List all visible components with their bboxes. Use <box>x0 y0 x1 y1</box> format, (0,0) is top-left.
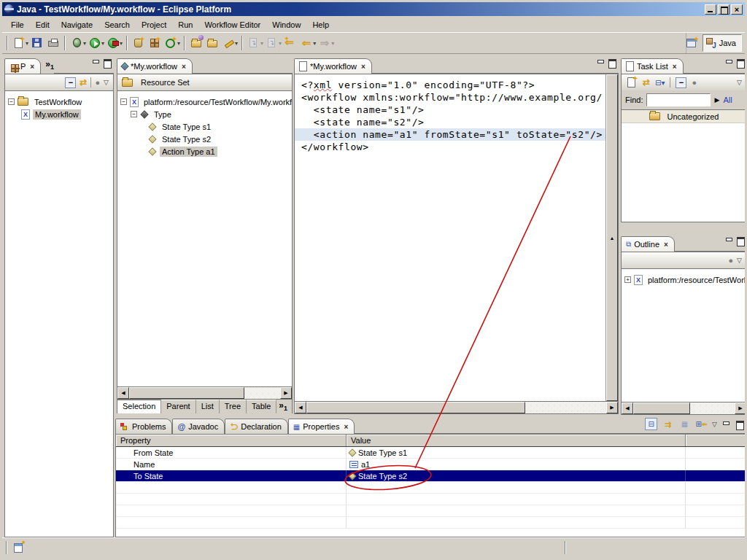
external-tools-button[interactable] <box>105 35 121 51</box>
back-button[interactable]: ⇐ <box>298 35 314 51</box>
scroll-up-icon[interactable]: ▲ <box>606 74 618 401</box>
new-task-icon[interactable]: ✦ <box>626 77 638 88</box>
menu-edit[interactable]: Edit <box>30 18 55 31</box>
subtab-parent[interactable]: Parent <box>161 400 196 413</box>
property-row-name[interactable]: Name a1 <box>116 459 746 470</box>
selection-horizontal-scrollbar[interactable]: ◀ ▶ <box>117 387 293 400</box>
find-expand-icon[interactable]: ▶ <box>714 96 719 104</box>
open-resource-button[interactable] <box>204 35 220 51</box>
collapse-icon[interactable]: − <box>8 98 15 105</box>
task-list-tab-close-icon[interactable]: × <box>673 63 677 71</box>
value-column-header[interactable]: Value <box>347 435 686 446</box>
collapse-all-icon[interactable]: − <box>65 77 76 88</box>
property-row-from-state[interactable]: From State State Type s1 <box>116 447 746 459</box>
scrollbar-thumb[interactable] <box>129 387 244 399</box>
open-perspective-button[interactable]: ✦ <box>686 35 703 51</box>
print-button[interactable] <box>45 35 61 51</box>
new-package-button[interactable]: ✦ <box>147 35 163 51</box>
subtab-tree[interactable]: Tree <box>220 400 247 413</box>
bottom-maximize-icon[interactable] <box>735 420 745 428</box>
selection-tab-close-icon[interactable]: × <box>182 63 186 71</box>
tree-item-state-s2[interactable]: State Type s2 <box>117 133 292 145</box>
problems-tab[interactable]: Problems <box>115 419 172 434</box>
refresh-button[interactable]: ✦ <box>163 35 179 51</box>
subtab-table[interactable]: Table <box>247 400 276 413</box>
scrollbar-thumb[interactable] <box>306 402 525 413</box>
run-button[interactable] <box>87 35 103 51</box>
menu-workflow-editor[interactable]: Workflow Editor <box>198 18 266 31</box>
synchronize-icon[interactable]: ⇄ <box>643 77 650 88</box>
scroll-right-icon[interactable]: ▶ <box>606 402 618 413</box>
tree-item-action-a1[interactable]: Action Type a1 <box>117 145 292 158</box>
property-row-to-state[interactable]: To State State Type s2 <box>116 470 746 482</box>
editor-horizontal-scrollbar[interactable]: ◀ ▶ <box>294 402 619 414</box>
scroll-left-icon[interactable]: ◀ <box>117 387 129 399</box>
link-with-editor-icon[interactable]: ⇄ <box>80 77 87 88</box>
property-column-header[interactable]: Property <box>116 435 347 446</box>
view-menu-icon[interactable]: ▽ <box>737 257 742 264</box>
collapse-icon[interactable]: − <box>131 111 137 117</box>
scrollbar-thumb[interactable] <box>606 401 618 402</box>
sort-icon[interactable]: ● <box>728 256 733 265</box>
menu-window[interactable]: Window <box>266 18 306 31</box>
explorer-tab[interactable]: P × <box>4 58 41 74</box>
next-annotation-dropdown[interactable]: ▾ <box>260 40 263 47</box>
task-grouping-icon[interactable]: ⊟▾ <box>655 79 665 87</box>
pin-icon[interactable]: ⊞⇐ <box>695 418 708 430</box>
find-all-link[interactable]: All <box>723 96 732 104</box>
subtab-selection[interactable]: Selection <box>117 400 161 413</box>
find-input[interactable] <box>646 93 711 106</box>
show-advanced-icon[interactable]: ⇉ <box>662 418 674 430</box>
scroll-left-icon[interactable]: ◀ <box>622 402 633 414</box>
last-edit-location-button[interactable]: ✦⇐ <box>282 35 298 51</box>
scrollbar-thumb[interactable] <box>633 402 690 414</box>
bottom-minimize-icon[interactable] <box>721 420 731 428</box>
scroll-right-icon[interactable]: ▶ <box>280 387 292 399</box>
view-menu-icon[interactable]: ▽ <box>712 421 717 428</box>
editor-vertical-scrollbar[interactable]: ▲ ▼ <box>605 74 618 401</box>
explorer-maximize-icon[interactable] <box>103 58 112 66</box>
menu-help[interactable]: Help <box>306 18 335 31</box>
next-annotation-button[interactable] <box>246 35 262 51</box>
selection-tab[interactable]: *My.workflow × <box>117 58 193 74</box>
collapse-all-icon[interactable]: − <box>676 77 686 88</box>
properties-tab[interactable]: ▦ Properties × <box>288 419 355 434</box>
title-bar[interactable]: Java - TestWorkflow/My.workflow - Eclips… <box>2 2 745 16</box>
view-menu-icon[interactable]: ▽ <box>104 79 109 86</box>
outline-maximize-icon[interactable] <box>736 236 746 244</box>
tab-overflow-indicator[interactable]: »1 <box>45 59 54 71</box>
close-button[interactable]: × <box>731 4 743 15</box>
restore-value-icon[interactable]: ▦ <box>678 418 691 430</box>
properties-tab-close-icon[interactable]: × <box>344 423 348 431</box>
menu-project[interactable]: Project <box>136 18 172 31</box>
task-list-tab[interactable]: Task List × <box>621 58 684 74</box>
task-category-row[interactable]: Uncategorized <box>622 110 746 123</box>
search-button[interactable] <box>220 35 236 51</box>
show-categories-icon[interactable]: ⊟ <box>645 418 657 430</box>
editor-content[interactable]: <?xml version="1.0" encoding="UTF-8"?> <… <box>294 74 619 402</box>
save-button[interactable] <box>29 35 45 51</box>
tree-item-state-s1[interactable]: State Type s1 <box>117 120 292 133</box>
open-type-button[interactable] <box>188 35 204 51</box>
view-menu-icon[interactable]: ▽ <box>737 79 742 86</box>
scrollbar-track[interactable] <box>690 402 735 414</box>
subtab-overflow-indicator[interactable]: »1 <box>279 400 287 412</box>
scroll-right-icon[interactable]: ▶ <box>735 402 746 414</box>
menu-search[interactable]: Search <box>98 18 136 31</box>
declaration-tab[interactable]: ⮌ Declaration <box>225 419 288 434</box>
task-list-minimize-icon[interactable] <box>724 58 734 66</box>
outline-tab[interactable]: ⧉ Outline × <box>621 236 675 252</box>
new-wizard-button[interactable]: ✦ <box>11 35 27 51</box>
outline-root-item[interactable]: + X platform:/resource/TestWorkflow/My.w… <box>622 273 746 286</box>
menu-navigate[interactable]: Navigate <box>55 18 98 31</box>
tree-item-resource[interactable]: − X platform:/resource/TestWorkflow/My.w… <box>117 96 292 108</box>
explorer-tab-close-icon[interactable]: × <box>30 63 34 71</box>
minimize-button[interactable] <box>705 4 716 15</box>
outline-minimize-icon[interactable] <box>724 236 734 244</box>
tree-item-file[interactable]: X My.workflow <box>5 108 113 120</box>
outline-tab-close-icon[interactable]: × <box>664 241 668 249</box>
tree-item-project[interactable]: − TestWorkflow <box>5 96 113 108</box>
outline-horizontal-scrollbar[interactable]: ◀ ▶ <box>621 402 747 415</box>
java-perspective-button[interactable]: Java <box>703 34 742 52</box>
maximize-button[interactable] <box>718 4 729 15</box>
